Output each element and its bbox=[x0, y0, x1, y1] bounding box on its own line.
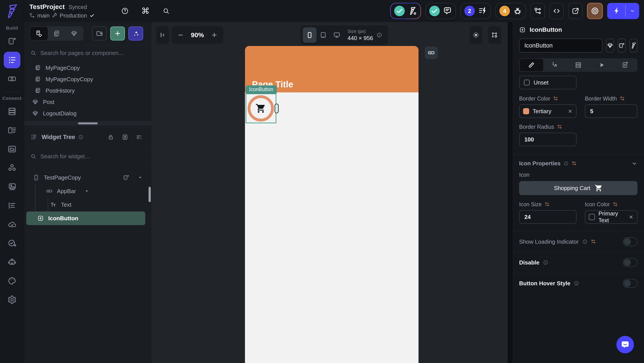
wrap-widget-button[interactable] bbox=[618, 38, 626, 52]
command-palette-icon[interactable]: ⌘ bbox=[141, 7, 150, 15]
actions-status-button[interactable]: 2 bbox=[460, 3, 491, 19]
selection-badge[interactable]: IconButton bbox=[246, 85, 277, 93]
page-list-item[interactable]: PostHistory bbox=[24, 85, 152, 96]
page-list-item[interactable]: Post bbox=[24, 96, 152, 108]
caret-down-icon[interactable] bbox=[137, 174, 144, 181]
border-color-field[interactable]: Tertiary bbox=[519, 104, 576, 118]
comments-button[interactable] bbox=[425, 3, 456, 19]
resize-handle[interactable] bbox=[274, 104, 279, 113]
border-radius-input[interactable] bbox=[519, 133, 576, 146]
preview-button[interactable] bbox=[587, 3, 603, 19]
sidebar-item-widget-palette[interactable] bbox=[4, 33, 20, 49]
iconbutton-widget[interactable] bbox=[248, 95, 274, 121]
tree-node[interactable]: TestPageCopy bbox=[24, 171, 152, 184]
branch-name[interactable]: main bbox=[37, 12, 50, 19]
sidebar-item-page-selector[interactable] bbox=[4, 52, 20, 68]
flutterflow-logo[interactable] bbox=[0, 0, 24, 22]
page-list-item[interactable]: LogoutDialog bbox=[24, 108, 152, 119]
page-list-item[interactable]: MyPageCopyCopy bbox=[24, 73, 152, 85]
tab-backend[interactable] bbox=[567, 59, 590, 71]
zoom-level[interactable]: 90% bbox=[191, 31, 204, 39]
device-desktop-button[interactable] bbox=[330, 27, 344, 43]
show-loading-toggle[interactable] bbox=[623, 237, 638, 246]
clear-icon[interactable] bbox=[568, 109, 572, 114]
zoom-out-icon[interactable] bbox=[177, 32, 184, 38]
collapse-panel-button[interactable] bbox=[156, 26, 169, 44]
filter-all-tab[interactable] bbox=[30, 27, 48, 40]
share-button[interactable] bbox=[568, 3, 583, 19]
icon-size-input[interactable] bbox=[519, 210, 576, 224]
add-page-button[interactable] bbox=[110, 26, 125, 40]
sidebar-item-tests[interactable] bbox=[4, 235, 20, 252]
collapse-tree-icon[interactable] bbox=[136, 134, 143, 141]
ai-generate-button[interactable] bbox=[128, 26, 143, 40]
info-icon[interactable] bbox=[376, 32, 382, 38]
info-icon[interactable] bbox=[78, 134, 84, 140]
sidebar-item-cloud-functions[interactable] bbox=[4, 216, 20, 233]
icon-picker-button[interactable]: Shopping Cart bbox=[519, 181, 638, 195]
collapse-section-icon[interactable] bbox=[631, 160, 638, 167]
clear-icon[interactable] bbox=[629, 215, 634, 219]
info-icon[interactable] bbox=[574, 281, 579, 286]
view-code-button[interactable] bbox=[549, 3, 564, 19]
set-from-variable-icon[interactable] bbox=[620, 96, 625, 101]
sidebar-item-ai-agents[interactable] bbox=[4, 254, 20, 270]
right-panel-scrollbar[interactable] bbox=[508, 22, 512, 363]
sidebar-item-media-assets[interactable] bbox=[4, 178, 20, 195]
info-icon[interactable] bbox=[564, 161, 568, 166]
widget-name-input[interactable] bbox=[519, 38, 602, 52]
sidebar-item-theme-settings[interactable] bbox=[4, 273, 20, 289]
tab-interactions[interactable] bbox=[543, 59, 567, 71]
run-button[interactable] bbox=[607, 3, 639, 19]
tab-animations[interactable] bbox=[590, 59, 613, 71]
set-from-variable-icon[interactable] bbox=[545, 202, 550, 207]
widget-search-input[interactable] bbox=[40, 153, 137, 160]
unset-checkbox[interactable] bbox=[524, 80, 530, 85]
info-icon[interactable] bbox=[582, 239, 588, 244]
sidebar-item-settings[interactable] bbox=[4, 291, 20, 308]
add-folder-button[interactable] bbox=[92, 26, 107, 40]
sidebar-item-data-types[interactable] bbox=[4, 122, 20, 139]
filter-components-tab[interactable] bbox=[65, 27, 83, 40]
sidebar-item-storyboard[interactable] bbox=[4, 70, 20, 87]
help-icon[interactable] bbox=[121, 7, 128, 15]
filter-pages-tab[interactable] bbox=[48, 27, 65, 40]
device-tablet-button[interactable] bbox=[316, 27, 330, 43]
set-from-variable-icon[interactable] bbox=[553, 96, 558, 101]
sidebar-item-app-values[interactable] bbox=[4, 141, 20, 157]
tree-node[interactable]: AppBar bbox=[24, 184, 152, 198]
pages-search-input[interactable] bbox=[40, 50, 137, 56]
search-icon[interactable] bbox=[162, 7, 170, 15]
icon-color-field[interactable]: Primary Text bbox=[585, 210, 638, 224]
set-from-variable-icon[interactable] bbox=[613, 202, 618, 207]
canvas-settings-button[interactable] bbox=[488, 26, 501, 44]
expand-tree-icon[interactable] bbox=[122, 134, 128, 141]
device-phone-button[interactable] bbox=[303, 27, 316, 43]
panel-resize-handle[interactable] bbox=[24, 121, 152, 126]
issues-button[interactable]: 4 bbox=[496, 3, 526, 19]
tab-properties[interactable] bbox=[520, 59, 543, 71]
tab-tests[interactable] bbox=[613, 59, 637, 71]
button-hover-toggle[interactable] bbox=[623, 279, 638, 288]
convert-to-component-button[interactable] bbox=[606, 38, 614, 52]
sidebar-item-app-settings[interactable] bbox=[4, 197, 20, 214]
sidebar-item-firestore[interactable] bbox=[4, 103, 20, 120]
theme-mode-button[interactable] bbox=[470, 26, 482, 44]
set-from-variable-icon[interactable] bbox=[591, 239, 596, 244]
lock-icon[interactable] bbox=[107, 134, 114, 141]
ff-docs-button[interactable] bbox=[630, 38, 638, 52]
info-icon[interactable] bbox=[543, 260, 548, 265]
tree-node[interactable]: Text bbox=[24, 198, 152, 212]
caret-down-icon[interactable] bbox=[84, 188, 90, 194]
environment-name[interactable]: Production bbox=[60, 12, 87, 19]
design-canvas[interactable]: 90% Size (px) 440 × 956 Page Title IconB… bbox=[152, 22, 508, 363]
panel-scrollbar-thumb[interactable] bbox=[148, 187, 151, 202]
branch-status-button[interactable] bbox=[390, 3, 421, 19]
sidebar-item-integrations[interactable] bbox=[4, 160, 20, 176]
tree-node[interactable]: IconButton bbox=[26, 212, 145, 225]
appbar-quick-chip[interactable] bbox=[425, 46, 438, 59]
zoom-in-icon[interactable] bbox=[211, 32, 218, 38]
add-child-icon[interactable] bbox=[123, 174, 130, 181]
border-width-input[interactable] bbox=[585, 104, 638, 118]
support-chat-button[interactable] bbox=[616, 336, 634, 353]
